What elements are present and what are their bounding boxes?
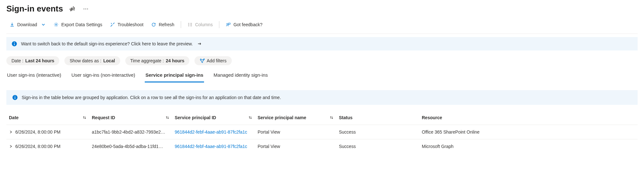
preview-banner-text: Want to switch back to the default sign-… (21, 41, 193, 46)
pin-icon[interactable] (68, 5, 77, 13)
troubleshoot-button[interactable]: Troubleshoot (107, 20, 147, 29)
add-filters-label: Add filters (207, 58, 226, 63)
cell-request-id: a1bc7fa1-9bb2-4bd2-a832-7993e2… (89, 128, 172, 136)
columns-icon (187, 22, 193, 27)
svg-rect-9 (15, 97, 15, 99)
cell-sp-name: Portal View (255, 143, 336, 150)
filter-date-value: Last 24 hours (25, 58, 54, 63)
svg-point-10 (15, 96, 15, 97)
svg-point-2 (87, 8, 88, 9)
sort-icon (165, 115, 170, 120)
col-resource-label: Resource (422, 115, 442, 120)
grouping-banner: Sign-ins in the table below are grouped … (6, 90, 638, 105)
download-label: Download (17, 22, 37, 27)
sort-icon (329, 115, 334, 120)
filter-pill-date[interactable]: Date : Last 24 hours (6, 56, 59, 65)
cell-date-text: 6/26/2024, 8:00:00 PM (15, 144, 61, 149)
add-filters-button[interactable]: Add filters (194, 56, 231, 65)
tab-user-signins-interactive[interactable]: User sign-ins (interactive) (6, 70, 62, 82)
svg-point-4 (227, 23, 228, 25)
col-sp-id-label: Service principal ID (175, 115, 216, 120)
sort-icon (82, 115, 87, 120)
columns-button: Columns (184, 20, 216, 29)
page-header: Sign-in events (6, 0, 638, 16)
tab-user-signins-noninteractive[interactable]: User sign-ins (non-interactive) (71, 70, 136, 82)
column-header-sp-name[interactable]: Service principal name (255, 114, 336, 121)
table-header-row: Date Request ID Service principal ID Ser… (6, 111, 638, 125)
filter-row: Date : Last 24 hours Show dates as : Loc… (6, 50, 638, 70)
gear-icon (54, 22, 59, 27)
columns-label: Columns (195, 22, 213, 27)
cell-resource: Office 365 SharePoint Online (419, 128, 636, 136)
sort-icon (248, 115, 252, 120)
column-header-resource[interactable]: Resource (419, 114, 636, 121)
filter-agg-label: Time aggregate : (130, 58, 164, 63)
refresh-label: Refresh (159, 22, 174, 27)
filter-show-label: Show dates as : (70, 58, 101, 63)
info-icon (12, 95, 18, 100)
wrench-icon (110, 22, 115, 27)
cell-status: Success (336, 128, 419, 136)
filter-agg-value: 24 hours (166, 58, 184, 63)
table-row[interactable]: 6/26/2024, 8:00:00 PM 24e80be0-5ada-4b5d… (6, 139, 638, 153)
download-button[interactable]: Download (6, 20, 49, 29)
refresh-button[interactable]: Refresh (148, 20, 178, 29)
chevron-right-icon[interactable] (9, 130, 13, 134)
column-header-request-id[interactable]: Request ID (89, 114, 172, 121)
col-request-id-label: Request ID (92, 115, 115, 120)
cell-date-text: 6/26/2024, 8:00:00 PM (15, 129, 61, 135)
cell-resource: Microsoft Graph (419, 143, 636, 150)
filter-pill-time-aggregate[interactable]: Time aggregate : 24 hours (125, 56, 190, 65)
export-data-settings-button[interactable]: Export Data Settings (50, 20, 105, 29)
toolbar-separator (181, 21, 181, 28)
filter-show-value: Local (103, 58, 115, 63)
cell-date: 6/26/2024, 8:00:00 PM (6, 143, 89, 150)
arrow-right-icon (197, 42, 202, 46)
download-icon (10, 22, 15, 27)
cell-date: 6/26/2024, 8:00:00 PM (6, 128, 89, 136)
person-feedback-icon (226, 22, 231, 27)
column-header-date[interactable]: Date (6, 114, 89, 121)
toolbar-separator (219, 21, 219, 28)
preview-banner[interactable]: Want to switch back to the default sign-… (6, 37, 638, 50)
cell-sp-id[interactable]: 961844d2-febf-4aae-ab91-87fc2fa1c (172, 143, 255, 150)
chevron-right-icon[interactable] (9, 144, 13, 148)
grouping-banner-text: Sign-ins in the table below are grouped … (22, 95, 281, 100)
cell-status: Success (336, 143, 419, 150)
refresh-icon (151, 22, 156, 27)
svg-rect-6 (14, 43, 15, 45)
feedback-button[interactable]: Got feedback? (223, 20, 266, 29)
filter-pill-show-dates[interactable]: Show dates as : Local (64, 56, 120, 65)
tab-managed-identity-signins[interactable]: Managed identity sign-ins (213, 70, 268, 82)
column-header-sp-id[interactable]: Service principal ID (172, 114, 255, 121)
more-icon[interactable] (82, 5, 90, 13)
svg-point-0 (84, 8, 84, 9)
export-label: Export Data Settings (61, 22, 102, 27)
chevron-down-icon (41, 22, 46, 27)
svg-point-1 (85, 8, 86, 9)
troubleshoot-label: Troubleshoot (118, 22, 143, 27)
signins-table: Date Request ID Service principal ID Ser… (6, 111, 638, 153)
cell-request-id: 24e80be0-5ada-4b5d-adba-11fd1… (89, 143, 172, 150)
info-icon (11, 41, 17, 47)
cell-sp-name: Portal View (255, 128, 336, 136)
table-row[interactable]: 6/26/2024, 8:00:00 PM a1bc7fa1-9bb2-4bd2… (6, 125, 638, 139)
cell-sp-id[interactable]: 961844d2-febf-4aae-ab91-87fc2fa1c (172, 128, 255, 136)
tabs: User sign-ins (interactive) User sign-in… (6, 70, 638, 82)
col-status-label: Status (339, 115, 353, 120)
filter-add-icon (200, 58, 205, 63)
feedback-label: Got feedback? (233, 22, 262, 27)
col-sp-name-label: Service principal name (258, 115, 306, 120)
page-title: Sign-in events (6, 4, 63, 14)
svg-point-3 (55, 24, 57, 25)
filter-date-label: Date : (11, 58, 23, 63)
col-date-label: Date (9, 115, 18, 120)
tab-service-principal-signins[interactable]: Service principal sign-ins (145, 70, 204, 82)
svg-point-7 (14, 42, 15, 43)
toolbar: Download Export Data Settings Troublesho… (6, 16, 638, 34)
column-header-status[interactable]: Status (336, 114, 419, 121)
